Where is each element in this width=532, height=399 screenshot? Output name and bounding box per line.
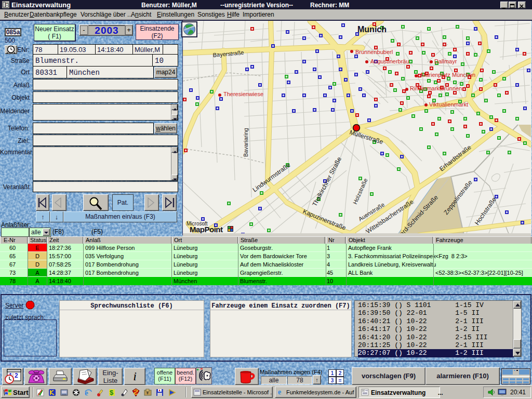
svg-text:Brunnenbuberl: Brunnenbuberl [355,49,393,55]
svg-text:MapPoint: MapPoint [190,225,223,234]
svg-text:Viktualienmarkt: Viktualienmarkt [429,101,468,108]
svg-text:$: $ [110,389,114,396]
svg-text:Augustinerbräu: Augustinerbräu [370,58,409,64]
svg-text:Marienplatz München: Marienplatz München [421,72,475,78]
svg-text:Bavariaring: Bavariaring [243,128,249,157]
svg-text:Munich: Munich [357,25,387,34]
svg-text:Dallmayr: Dallmayr [434,58,457,64]
svg-text:Rindermarktbrunnen: Rindermarktbrunnen [410,85,462,91]
svg-text:Theresienwiese: Theresienwiese [223,91,263,97]
svg-text:2: 2 [15,372,18,379]
svg-text:e: e [278,388,281,396]
